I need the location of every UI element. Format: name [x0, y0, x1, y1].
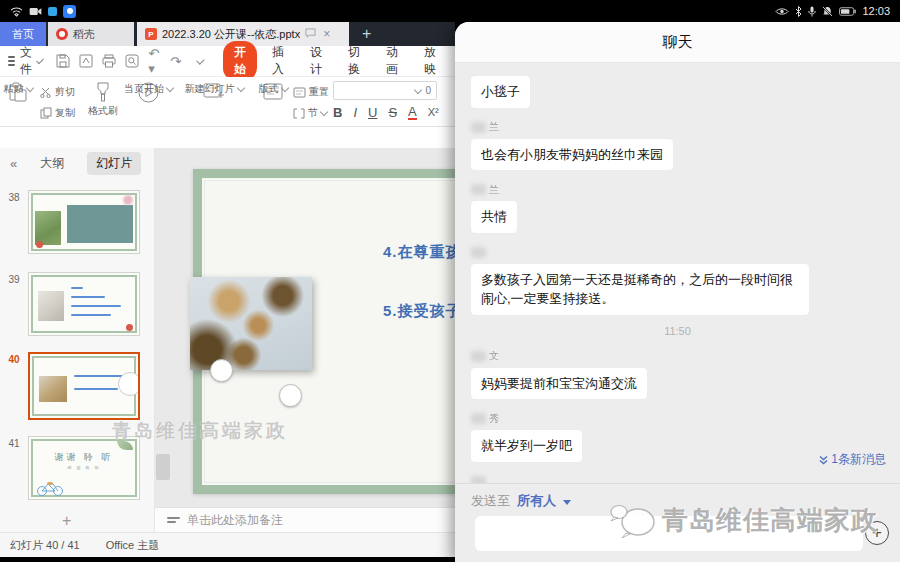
sender-avatar-blur: [471, 184, 486, 195]
ribbon-tab-放映[interactable]: 放映: [413, 41, 447, 81]
new-messages-chip[interactable]: 1条新消息: [819, 451, 886, 468]
ribbon-tab-插入[interactable]: 插入: [261, 41, 295, 81]
cut-button[interactable]: 剪切: [40, 85, 75, 99]
cut-label: 剪切: [55, 85, 75, 99]
slide-thumb-38[interactable]: 38: [0, 190, 155, 254]
scrollbar-thumb[interactable]: [156, 454, 170, 480]
reset-button[interactable]: 重置: [293, 85, 329, 99]
slide-photo[interactable]: [190, 277, 312, 370]
ribbon-toolbar: 粘贴 剪切 复制 格式刷 当页开始 新建幻灯片: [0, 77, 455, 127]
slide-canvas[interactable]: 4.在尊重孩 5.接受孩子: [155, 148, 455, 507]
chevron-double-down-icon: [819, 455, 828, 465]
chat-header: 聊天: [455, 22, 900, 63]
format-button-x2[interactable]: X²: [428, 107, 439, 118]
sender-avatar-blur: [471, 122, 486, 133]
format-button-s[interactable]: S: [388, 106, 397, 119]
theme-name: Office 主题: [106, 538, 160, 553]
bell-off-icon: [822, 6, 833, 17]
app-icon: [63, 5, 76, 18]
notes-icon: [167, 515, 180, 525]
save-icon[interactable]: [56, 54, 70, 68]
section-label: 节: [308, 106, 318, 120]
ribbon-collapse-icon[interactable]: [196, 56, 204, 64]
chat-bubble[interactable]: 妈妈要提前和宝宝沟通交流: [471, 368, 647, 400]
layout-label: 版式: [259, 82, 279, 96]
notes-bar[interactable]: 单击此处添加备注: [155, 507, 455, 532]
print-icon[interactable]: [102, 54, 116, 68]
play-from-page-button[interactable]: 当页开始: [138, 82, 159, 103]
chat-bubble[interactable]: 多数孩子入园第一天还是挺稀奇的，之后的一段时间很闹心,一定要坚持接送。: [471, 264, 809, 315]
copy-label: 复制: [55, 106, 75, 120]
new-slide-label: 新建幻灯片: [185, 82, 235, 96]
slide-thumb-41[interactable]: 41 谢谢 聆 听 感 谢 聆 听: [0, 436, 155, 500]
comment-icon[interactable]: [305, 28, 316, 40]
add-slide-button[interactable]: +: [62, 512, 71, 530]
file-menu[interactable]: 文件: [20, 44, 34, 78]
chat-messages[interactable]: 小毯子兰也会有小朋友带妈妈的丝巾来园兰共情多数孩子入园第一天还是挺稀奇的，之后的…: [455, 63, 900, 484]
reset-label: 重置: [309, 85, 329, 99]
format-painter-label: 格式刷: [88, 104, 118, 118]
tab-docer[interactable]: 稻壳: [48, 22, 134, 46]
bluetooth-icon: [795, 6, 802, 17]
slide-text[interactable]: 4.在尊重孩 5.接受孩子: [383, 243, 455, 321]
format-button-i[interactable]: I: [353, 106, 357, 119]
redo-icon[interactable]: ↷: [170, 54, 181, 69]
system-status-bar: 12:03: [0, 0, 900, 22]
slide-thumb-40-selected[interactable]: 40: [0, 352, 155, 420]
section-button[interactable]: 节: [293, 106, 327, 120]
selection-handle[interactable]: [279, 384, 302, 407]
ribbon-tabs: 开始插入设计切换动画放映: [223, 41, 447, 81]
chat-plus-button[interactable]: +: [865, 521, 889, 545]
tab-outline[interactable]: 大纲: [31, 152, 73, 175]
close-tab-icon[interactable]: ×: [323, 27, 330, 41]
wifi-icon: [10, 6, 23, 17]
format-buttons: BIUSAX²: [333, 105, 439, 120]
ribbon-tab-设计[interactable]: 设计: [299, 41, 333, 81]
ribbon-tab-切换[interactable]: 切换: [337, 41, 371, 81]
export-icon[interactable]: [79, 54, 93, 68]
format-button-a[interactable]: A: [408, 105, 417, 120]
tab-slides[interactable]: 幻灯片: [87, 152, 141, 175]
tab-home-label: 首页: [12, 27, 34, 42]
chat-sender: 秀: [471, 412, 884, 425]
slide-41-subtitle: 感 谢 聆 听: [29, 465, 139, 470]
paste-button[interactable]: 粘贴: [8, 82, 28, 102]
document-status-bar: 幻灯片 40 / 41 Office 主题: [0, 532, 455, 557]
collapse-panel-icon[interactable]: «: [10, 156, 17, 171]
chat-bubble[interactable]: 就半岁到一岁吧: [471, 430, 582, 462]
font-size-combo[interactable]: 0: [333, 81, 437, 100]
slide-41-title: 谢谢 聆 听: [29, 451, 139, 464]
format-button-b[interactable]: B: [333, 106, 342, 119]
ribbon-tab-动画[interactable]: 动画: [375, 41, 409, 81]
layout-button[interactable]: 版式: [262, 82, 284, 101]
chat-bubble[interactable]: 也会有小朋友带妈妈的丝巾来园: [471, 139, 673, 171]
format-button-u[interactable]: U: [368, 106, 377, 119]
send-to-label: 发送至: [471, 492, 510, 510]
tab-home[interactable]: 首页: [0, 22, 46, 46]
selection-handle[interactable]: [210, 359, 233, 382]
find-icon[interactable]: [125, 54, 139, 68]
ribbon-tab-开始[interactable]: 开始: [223, 41, 257, 81]
notes-placeholder: 单击此处添加备注: [187, 512, 283, 529]
video-icon: [29, 7, 42, 16]
slide-number: 40: [0, 352, 28, 420]
hamburger-icon[interactable]: [8, 54, 15, 68]
chat-bubble[interactable]: 小毯子: [471, 76, 530, 108]
chat-input[interactable]: [475, 516, 863, 551]
slide-number: 41: [0, 436, 28, 500]
chat-timestamp: 11:50: [471, 325, 884, 337]
new-slide-button[interactable]: 新建幻灯片: [203, 82, 225, 101]
copy-button[interactable]: 复制: [40, 106, 75, 120]
slide-bullet-4: 4.在尊重孩: [383, 243, 455, 262]
sender-avatar-blur: [471, 413, 486, 424]
new-messages-label: 1条新消息: [831, 451, 886, 468]
slide-thumb-39[interactable]: 39: [0, 272, 155, 336]
undo-icon[interactable]: ↶ ▾: [148, 46, 161, 76]
send-to-selector[interactable]: 所有人: [517, 492, 556, 510]
screen: 12:03 首页 稻壳 P 2022.3.20 公开课--依恋.pptx × +: [0, 0, 900, 562]
format-painter-button[interactable]: 格式刷: [88, 82, 118, 118]
sender-avatar-blur: [471, 247, 486, 258]
sender-avatar-blur: [471, 351, 486, 362]
chat-bubble[interactable]: 共情: [471, 201, 517, 233]
slide-counter: 幻灯片 40 / 41: [10, 538, 80, 553]
